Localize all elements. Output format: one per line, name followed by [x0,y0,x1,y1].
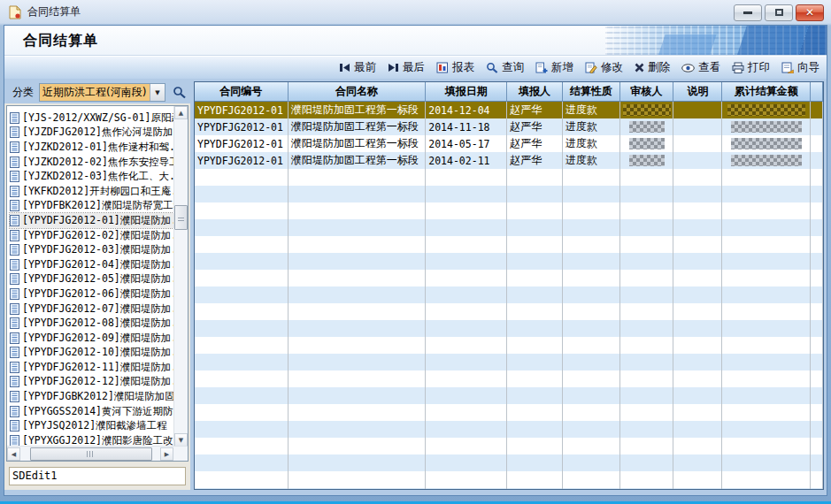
cell-empty [195,370,289,387]
search-icon [173,86,187,99]
table-row[interactable]: YPYDFJG2012-01濮阳堤防加固工程第一标段2014-12-04赵严华进… [195,102,823,118]
list-doc-icon [10,141,19,153]
toolbar-button-delete[interactable]: 删除 [635,60,670,75]
cell-empty [195,219,289,236]
column-header[interactable]: 合同名称 [289,82,427,102]
column-header[interactable]: 审核人 [620,82,674,102]
list-item[interactable]: [YPYDFJG2012-11]濮阳堤防加.. [10,360,173,375]
list-item[interactable]: [YPYDFJG2012-10]濮阳堤防加.. [10,346,173,361]
vertical-scrollbar-thumb[interactable] [174,205,188,230]
list-item[interactable]: [YPYDFJG2012-05]濮阳堤防加.. [10,272,173,287]
column-header[interactable]: 合同编号 [195,82,289,102]
toolbar-button-edit[interactable]: 修改 [585,60,623,75]
toolbar-button-view[interactable]: 查看 [681,60,720,75]
cell-empty [673,169,722,186]
sdedit-field[interactable]: SDEdit1 [9,467,186,485]
cell-empty [426,270,507,286]
cell-empty [620,303,674,320]
list-item[interactable]: [YPYXGGJ2012]濮阳影唐险工改. [10,433,173,446]
cell-empty [507,219,563,236]
cell-empty [289,454,427,471]
list-item[interactable]: [YKFKD2012]开封柳园口和王庵. [10,184,173,199]
cell-name: 濮阳堤防加固工程第一标段 [289,135,427,152]
list-item[interactable]: [YJZKD2012-02]焦作东安控导工 [10,155,173,170]
cell-empty [289,202,427,219]
list-item[interactable]: [YPYDFJG2012-08]濮阳堤防加.. [10,316,173,331]
list-item[interactable]: [YPYJSQ2012]濮阳截渗墙工程 [10,418,173,433]
cell-reporter: 赵严华 [507,152,563,169]
close-button[interactable]: ✕ [796,4,824,21]
column-header[interactable]: 填报人 [507,82,563,102]
toolbar-button-first-record[interactable]: 最前 [339,60,376,75]
maximize-button[interactable] [765,4,793,21]
cell-empty [722,236,811,253]
minimize-button[interactable] [734,4,762,21]
list-item[interactable]: [YPYDFJG2012-09]濮阳堤防加.. [10,331,173,346]
chevron-down-icon[interactable]: ▼ [150,84,165,101]
cell-empty [195,404,289,421]
toolbar-button-wizard[interactable]: 向导 [781,60,819,75]
list-item[interactable]: [YPYGGSS2014]黄河下游近期防. [10,404,173,419]
table-row[interactable]: YPYDFJG2012-01濮阳堤防加固工程第一标段2014-11-18赵严华进… [195,118,823,135]
close-icon: ✕ [805,7,814,18]
table-row[interactable]: YPYDFJG2012-01濮阳堤防加固工程第一标段2014-05-17赵严华进… [195,135,823,152]
list-item[interactable]: [YPYDFJG2012-06]濮阳堤防加.. [10,286,173,302]
list-item[interactable]: [YPYDFJG2012-01]濮阳堤防加.. [10,213,173,228]
list-item[interactable]: [YPYDFBK2012]濮阳堤防帮宽工程 [10,199,173,214]
cell-empty [195,186,289,202]
cell-empty [195,488,289,489]
toolbar-button-search[interactable]: 查询 [486,60,524,75]
cell-empty [722,354,811,370]
cell-note [673,102,722,118]
toolbar: 最前最后报表查询新增修改删除查看打印向导 [4,56,827,79]
cell-empty [722,387,811,404]
cell-empty [507,488,563,489]
list-item[interactable]: [YPYDFJG2012-12]濮阳堤防加.. [10,375,173,390]
toolbar-button-label: 打印 [748,60,770,75]
cell-empty [507,471,563,488]
cell-reporter: 赵严华 [507,135,563,152]
cell-empty [563,236,620,253]
vertical-scrollbar[interactable]: ▲ ▼ [173,106,188,447]
column-header[interactable]: 填报日期 [426,82,507,102]
cell-empty [195,471,289,488]
horizontal-scrollbar-thumb[interactable] [30,447,152,461]
list-item[interactable]: [YPYDFJG2012-04]濮阳堤防加.. [10,257,173,272]
sidebar-body: [YJS-2012/XXWZ/SG-01]原阳武.[YJZDFJG2012]焦作… [4,103,190,490]
cell-empty [722,286,811,303]
category-dropdown[interactable]: 近期防洪工程(河南段) ▼ [39,83,165,102]
scroll-down-icon[interactable]: ▼ [174,433,188,447]
list-item[interactable]: [YPYDFJG2012-07]濮阳堤防加.. [10,302,173,317]
list-item[interactable]: [YJZKD2012-03]焦作化工、大.. [10,169,173,184]
horizontal-scrollbar[interactable]: ◀ ▶ [7,446,188,461]
column-header[interactable]: 说明 [673,82,722,102]
view-icon [681,64,695,73]
toolbar-button-report[interactable]: 报表 [436,60,474,75]
cell-empty [620,471,674,488]
toolbar-button-add[interactable]: 新增 [535,60,573,75]
cell-name: 濮阳堤防加固工程第一标段 [289,152,427,169]
scroll-right-icon[interactable]: ▶ [160,447,173,461]
cell-empty [289,438,427,454]
table-row[interactable]: YPYDFJG2012-01濮阳堤防加固工程第一标段2014-02-11赵严华进… [195,152,823,169]
toolbar-button-last-record[interactable]: 最后 [388,60,425,75]
cell-empty [426,387,507,404]
scroll-left-icon[interactable]: ◀ [7,447,20,461]
toolbar-button-print[interactable]: 打印 [732,60,770,75]
cell-empty [620,186,674,202]
table-row-empty [195,370,823,387]
list-item[interactable]: [YJZKD2012-01]焦作逯村和驾.. [10,140,173,155]
list-item-label: [YPYDFJG2012-04]濮阳堤防加.. [22,258,173,271]
cell-empty [563,320,620,337]
cell-empty [722,370,811,387]
category-search-button[interactable] [171,84,189,102]
list-item[interactable]: [YPYDFJG2012-03]濮阳堤防加.. [10,242,173,257]
list-item[interactable]: [YJZDFJG2012]焦作沁河堤防加. [10,126,173,141]
scroll-up-icon[interactable]: ▲ [174,106,188,119]
cell-empty [811,253,823,270]
column-header[interactable]: 累计结算金额 [722,82,811,102]
list-item[interactable]: [YPYDFJG2012-02]濮阳堤防加.. [10,228,173,243]
column-header[interactable]: 结算性质 [563,82,620,102]
list-item[interactable]: [YJS-2012/XXWZ/SG-01]原阳武. [10,111,173,126]
list-item[interactable]: [YPYDFJGBK2012]濮阳堤防加固. [10,389,173,404]
